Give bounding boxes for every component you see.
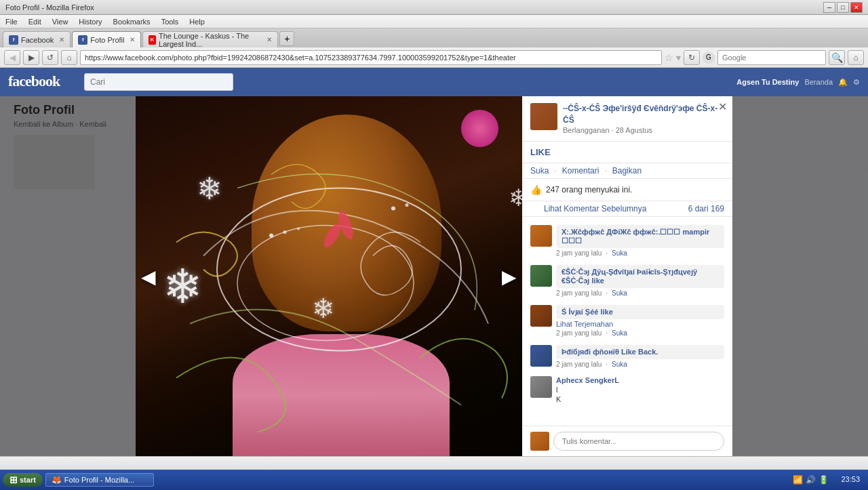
action-dot-1: · — [554, 166, 556, 176]
taskbar-window-firefox[interactable]: 🦊 Foto Profil - Mozilla... — [45, 473, 154, 487]
comment-time-1: 2 jam yang lalu — [556, 249, 601, 257]
tab-foto-profil[interactable]: f Foto Profil ✕ — [72, 31, 141, 47]
menu-edit[interactable]: Edit — [26, 18, 44, 26]
comment-time-4: 2 jam yang lalu — [556, 361, 601, 368]
svg-point-1 — [217, 188, 461, 351]
refresh-button2[interactable]: ↻ — [684, 50, 700, 65]
close-button[interactable]: ✕ — [850, 2, 863, 13]
comment-text-5: l — [556, 386, 724, 394]
comment-name-3[interactable]: Ś Ívȷaí Şéé like — [561, 308, 719, 317]
snowflake-large: ❄ — [163, 259, 203, 314]
comment-panel: ✕ ·-ĊŜ-х-ĊŜ Эфе'іrŝÿđ Єvêňdrÿ'эфе ĊŜ-х-Ċ… — [522, 96, 732, 456]
menu-view[interactable]: View — [50, 18, 71, 26]
search-favicon: G — [703, 52, 715, 64]
prev-comments-link[interactable]: Lihat Komentar Sebelumnya — [544, 204, 646, 213]
prev-comments-count: 6 dari 169 — [688, 204, 724, 213]
photo-prev-button[interactable]: ◀ — [141, 265, 156, 287]
comments-list: Х:.Жĉффжĉ ДФіЖĉ ффжĉ:.☐☐☐ mampir ☐☐☐ 2 j… — [522, 217, 732, 426]
comment-name-1[interactable]: Х:.Жĉффжĉ ДФіЖĉ ффжĉ:.☐☐☐ mampir ☐☐☐ — [561, 228, 719, 245]
comment-suka-4[interactable]: Suka — [612, 361, 627, 368]
comment-text-5b: K — [556, 395, 724, 403]
snowflake-right: ❄ — [509, 184, 522, 211]
minimize-button[interactable]: ─ — [823, 2, 835, 13]
comment-item-3: Ś Ívȷaí Şéé like Lihat Terjemahan 2 jam … — [522, 302, 732, 340]
comment-input[interactable] — [553, 432, 724, 451]
start-label: start — [20, 476, 36, 484]
tab-label-foto: Foto Profil — [90, 36, 124, 44]
tab-facebook[interactable]: f Facebook ✕ — [3, 31, 71, 47]
action-komentar[interactable]: Komentari — [562, 166, 599, 176]
taskbar-window-label: Foto Profil - Mozilla... — [64, 476, 134, 484]
facebook-notifications[interactable]: 🔔 — [838, 78, 848, 87]
comment-suka-3[interactable]: Suka — [612, 329, 627, 337]
facebook-settings[interactable]: ⚙ — [853, 78, 860, 87]
comment-bubble-4: Þđíбȷяđі фňонïθ Like Back. — [556, 345, 724, 359]
bookmark-star[interactable]: ☆ — [665, 52, 673, 63]
photo-next-button[interactable]: ▶ — [502, 265, 517, 287]
facebook-logo: facebook — [8, 70, 76, 94]
comment-content-5: Aphecx SengkerL l K — [556, 376, 724, 403]
facebook-search[interactable] — [84, 73, 233, 91]
system-tray: 📶 🔊 🔋 — [790, 475, 831, 485]
home-button[interactable]: ⌂ — [61, 50, 77, 65]
start-button[interactable]: ⊞ start — [3, 473, 43, 487]
menu-bookmarks[interactable]: Bookmarks — [111, 18, 153, 26]
bookmark-star2[interactable]: ▾ — [676, 52, 681, 63]
comment-content-1: Х:.Жĉффжĉ ДФіЖĉ ффжĉ:.☐☐☐ mampir ☐☐☐ 2 j… — [556, 225, 724, 257]
comment-header: ·-ĊŜ-х-ĊŜ Эфе'іrŝÿđ Єvêňdrÿ'эфе ĊŜ-х-ĊŜ … — [522, 96, 732, 142]
photo-canvas: ❄ ❄ ❄ ❄ ◀ ▶ — [136, 96, 522, 456]
comment-input-area — [522, 426, 732, 456]
reload-button[interactable]: ↺ — [42, 50, 58, 65]
taskbar: ⊞ start 🦊 Foto Profil - Mozilla... 📶 🔊 🔋… — [0, 470, 868, 490]
tab-close-kaskus[interactable]: ✕ — [267, 36, 272, 43]
comment-suka-1[interactable]: Suka — [612, 249, 627, 257]
action-suka[interactable]: Suka — [530, 166, 549, 176]
modal-close-button[interactable]: ✕ — [718, 100, 727, 113]
search-input[interactable] — [717, 50, 826, 65]
back-button[interactable]: ◀ — [4, 50, 20, 65]
title-bar: Foto Profil - Mozilla Firefox ─ □ ✕ — [0, 0, 868, 15]
comment-item-4: Þđíбȷяđі фňонïθ Like Back. 2 jam yang la… — [522, 342, 732, 371]
poster-name[interactable]: ·-ĊŜ-х-ĊŜ Эфе'іrŝÿđ Єvêňdrÿ'эфе ĊŜ-х-ĊŜ — [563, 103, 724, 126]
comment-actions-4: 2 jam yang lalu · Suka — [556, 361, 724, 368]
menu-tools[interactable]: Tools — [159, 18, 182, 26]
forward-button[interactable]: ▶ — [23, 50, 39, 65]
window-title: Foto Profil - Mozilla Firefox — [5, 3, 94, 12]
comment-content-3: Ś Ívȷaí Şéé like Lihat Terjemahan 2 jam … — [556, 305, 724, 337]
url-input[interactable] — [80, 50, 662, 65]
taskbar-clock: 23:53 — [835, 475, 865, 484]
prev-comments-bar: Lihat Komentar Sebelumnya 6 dari 169 — [522, 201, 732, 217]
menu-history[interactable]: History — [76, 18, 104, 26]
taskbar-right: 📶 🔊 🔋 23:53 — [790, 475, 865, 485]
comment-name-2[interactable]: €ŜĊ·Ĉэȷ Дÿц-Şđvítȷaí Þaïɨcîs-Şтȷđцveȷÿ €… — [561, 268, 719, 285]
facebook-home-link[interactable]: Beranda — [804, 78, 833, 86]
facebook-topbar: facebook Agsen Tu Destiny Beranda 🔔 ⚙ — [0, 68, 868, 96]
comment-bubble-2: €ŜĊ·Ĉэȷ Дÿц-Şđvítȷaí Þaïɨcîs-Şтȷđцveȷÿ €… — [556, 265, 724, 288]
photo-modal: ❄ ❄ ❄ ❄ ◀ ▶ Suka Komentari Bagikan 247 ·… — [136, 96, 732, 456]
new-tab-button[interactable]: + — [279, 31, 294, 46]
tab-close-foto[interactable]: ✕ — [130, 36, 135, 43]
address-bar: ◀ ▶ ↺ ⌂ ☆ ▾ ↻ G 🔍 ⌂ — [0, 47, 868, 68]
menu-help[interactable]: Help — [186, 18, 208, 26]
comment-actions-3: 2 jam yang lalu · Suka — [556, 329, 724, 337]
comment-content-2: €ŜĊ·Ĉэȷ Дÿц-Şđvítȷaí Þaïɨcîs-Şтȷđцveȷÿ €… — [556, 265, 724, 297]
firefox-taskbar-icon: 🦊 — [52, 475, 62, 485]
comment-bubble-3: Ś Ívȷaí Şéé like — [556, 305, 724, 319]
main-content: Foto Profil Kembali ke Album · Kembali — [0, 96, 868, 456]
maximize-button[interactable]: □ — [837, 2, 849, 13]
tab-close-facebook[interactable]: ✕ — [59, 36, 64, 43]
toolbar-button[interactable]: ⌂ — [848, 50, 864, 65]
search-button[interactable]: 🔍 — [829, 50, 845, 65]
tab-bar: f Facebook ✕ f Foto Profil ✕ K The Loung… — [0, 28, 868, 47]
poster-avatar — [530, 103, 557, 130]
translate-link-3[interactable]: Lihat Terjemahan — [556, 320, 724, 328]
comment-suka-2[interactable]: Suka — [612, 289, 627, 297]
comment-name-5[interactable]: Aphecx SengkerL — [556, 376, 724, 384]
tray-battery-icon: 🔋 — [818, 475, 829, 485]
tab-kaskus[interactable]: K The Lounge - Kaskus - The Largest Ind.… — [142, 31, 278, 47]
comment-name-4[interactable]: Þđíбȷяđі фňонïθ Like Back. — [561, 348, 719, 356]
clock-time: 23:53 — [841, 475, 860, 484]
comment-avatar-5 — [530, 376, 552, 398]
action-bagikan[interactable]: Bagikan — [612, 166, 642, 176]
menu-file[interactable]: File — [3, 18, 20, 26]
